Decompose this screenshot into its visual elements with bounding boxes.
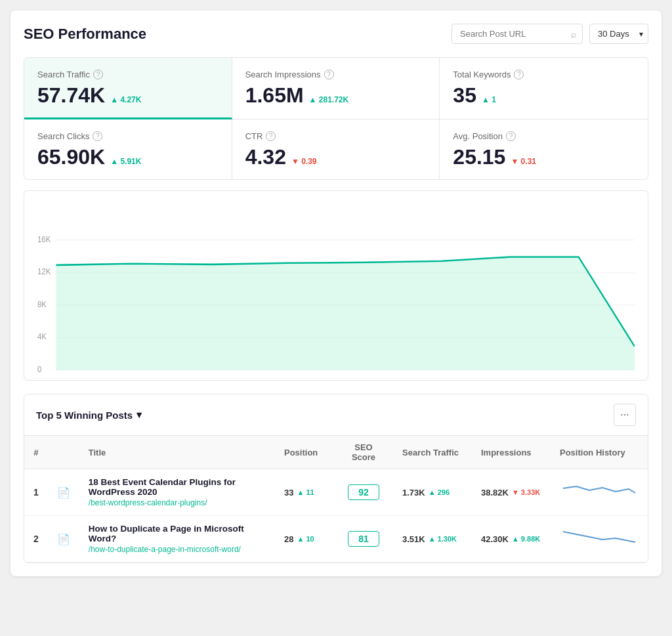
stat-value-row: 4.32 ▼ 0.39 bbox=[245, 146, 427, 167]
help-icon[interactable]: ? bbox=[506, 131, 516, 141]
stat-value: 4.32 bbox=[245, 146, 286, 167]
stat-value: 35 bbox=[453, 85, 476, 106]
position-history-chart bbox=[560, 525, 639, 551]
stat-label: Total Keywords ? bbox=[453, 70, 635, 79]
traffic-cell: 1.73K ▲ 296 bbox=[393, 469, 472, 516]
chevron-down-icon: ▾ bbox=[136, 409, 142, 421]
stat-value: 1.65M bbox=[245, 85, 304, 106]
stat-value-row: 35 ▲ 1 bbox=[453, 85, 635, 106]
table-title-text: Top 5 Winning Posts bbox=[36, 410, 133, 421]
post-title-link[interactable]: 18 Best Event Calendar Plugins for WordP… bbox=[89, 477, 236, 497]
search-icon: ⌕ bbox=[571, 29, 576, 39]
position-cell: 33 ▲ 11 bbox=[275, 469, 334, 516]
help-icon[interactable]: ? bbox=[324, 70, 334, 79]
stat-change: ▲ 4.27K bbox=[110, 95, 141, 104]
stat-label: CTR ? bbox=[245, 131, 427, 141]
stat-change: ▲ 281.72K bbox=[309, 95, 349, 104]
position-history-cell bbox=[551, 516, 648, 562]
traffic-change-up: ▲ 296 bbox=[429, 488, 450, 496]
svg-text:12K: 12K bbox=[37, 267, 51, 277]
col-icon bbox=[48, 436, 79, 469]
chart-container: 0 4K 8K 12K 16K 7 Oct, 2020 19 Oct, 2020… bbox=[24, 190, 648, 381]
col-search-traffic: Search Traffic bbox=[393, 436, 472, 469]
stat-change: ▲ 5.91K bbox=[110, 157, 141, 166]
stat-value: 25.15 bbox=[453, 146, 505, 167]
help-icon[interactable]: ? bbox=[93, 70, 103, 79]
position-change-up: ▲ 10 bbox=[297, 535, 314, 543]
stat-label: Search Clicks ? bbox=[37, 131, 219, 141]
svg-text:4K: 4K bbox=[37, 332, 47, 342]
table-row: 1 📄 18 Best Event Calendar Plugins for W… bbox=[24, 469, 648, 516]
traffic-change-up: ▲ 1.30K bbox=[429, 535, 457, 543]
row-icon: 📄 bbox=[48, 516, 79, 562]
seo-score-badge: 92 bbox=[348, 484, 379, 500]
row-num: 2 bbox=[24, 516, 48, 562]
row-icon: 📄 bbox=[48, 469, 79, 516]
stat-change: ▼ 0.39 bbox=[291, 157, 317, 166]
stat-label: Avg. Position ? bbox=[453, 131, 635, 141]
row-num: 1 bbox=[24, 469, 48, 516]
impressions-cell: 38.82K ▼ 3.33K bbox=[472, 469, 551, 516]
position-value: 28 bbox=[284, 534, 293, 544]
col-seo-score: SEO Score bbox=[334, 436, 393, 469]
seo-score-cell: 81 bbox=[334, 516, 393, 562]
col-title: Title bbox=[79, 436, 275, 469]
stat-value-row: 25.15 ▼ 0.31 bbox=[453, 146, 635, 167]
impressions-value: 38.82K bbox=[481, 488, 509, 498]
winning-posts-table: Top 5 Winning Posts ▾ ··· # Title Positi… bbox=[24, 394, 648, 563]
table-row: 2 📄 How to Duplicate a Page in Microsoft… bbox=[24, 516, 648, 562]
stat-card-ctr: CTR ? 4.32 ▼ 0.39 bbox=[232, 119, 440, 179]
table-header-bar: Top 5 Winning Posts ▾ ··· bbox=[24, 394, 648, 435]
stat-value-row: 57.74K ▲ 4.27K bbox=[37, 85, 219, 106]
table-title[interactable]: Top 5 Winning Posts ▾ bbox=[36, 409, 142, 421]
position-cell: 28 ▲ 10 bbox=[275, 516, 334, 562]
days-select[interactable]: 30 Days 7 Days 90 Days bbox=[589, 24, 648, 44]
impressions-change-down: ▼ 3.33K bbox=[512, 488, 540, 496]
position-value: 33 bbox=[284, 488, 293, 498]
impressions-cell: 42.30K ▲ 9.88K bbox=[472, 516, 551, 562]
performance-chart: 0 4K 8K 12K 16K 7 Oct, 2020 19 Oct, 2020… bbox=[37, 204, 635, 373]
stat-label: Search Traffic ? bbox=[37, 70, 219, 79]
svg-text:0: 0 bbox=[37, 364, 42, 373]
page-title: SEO Performance bbox=[24, 26, 146, 43]
search-url-input[interactable] bbox=[452, 24, 583, 44]
more-options-button[interactable]: ··· bbox=[614, 404, 636, 426]
stat-change: ▲ 1 bbox=[482, 95, 496, 104]
stat-value: 65.90K bbox=[37, 146, 105, 167]
stat-card-avg-position: Avg. Position ? 25.15 ▼ 0.31 bbox=[440, 119, 648, 179]
post-title-cell: How to Duplicate a Page in Microsoft Wor… bbox=[79, 516, 275, 562]
help-icon[interactable]: ? bbox=[266, 131, 276, 141]
traffic-value: 1.73K bbox=[402, 488, 425, 498]
svg-text:8K: 8K bbox=[37, 299, 47, 309]
seo-score-badge: 81 bbox=[348, 531, 379, 547]
stat-value: 57.74K bbox=[37, 85, 105, 106]
seo-score-cell: 92 bbox=[334, 469, 393, 516]
stat-card-search-traffic: Search Traffic ? 57.74K ▲ 4.27K bbox=[24, 58, 232, 119]
traffic-value: 3.51K bbox=[402, 534, 425, 544]
stat-card-search-impressions: Search Impressions ? 1.65M ▲ 281.72K bbox=[232, 58, 440, 119]
help-icon[interactable]: ? bbox=[93, 131, 102, 141]
col-position: Position bbox=[275, 436, 334, 469]
traffic-cell: 3.51K ▲ 1.30K bbox=[393, 516, 472, 562]
col-num: # bbox=[24, 436, 48, 469]
page-header: SEO Performance ⌕ 30 Days 7 Days 90 Days bbox=[24, 24, 648, 44]
post-title-link[interactable]: How to Duplicate a Page in Microsoft Wor… bbox=[89, 524, 244, 543]
stat-label: Search Impressions ? bbox=[245, 70, 427, 79]
col-position-history: Position History bbox=[551, 436, 648, 469]
col-impressions: Impressions bbox=[472, 436, 551, 469]
post-url: /how-to-duplicate-a-page-in-microsoft-wo… bbox=[89, 545, 266, 554]
post-title-cell: 18 Best Event Calendar Plugins for WordP… bbox=[79, 469, 275, 516]
help-icon[interactable]: ? bbox=[514, 70, 524, 79]
position-change-up: ▲ 11 bbox=[297, 488, 314, 496]
post-url: /best-wordpress-calendar-plugins/ bbox=[89, 498, 266, 507]
stat-value-row: 1.65M ▲ 281.72K bbox=[245, 85, 427, 106]
svg-text:16K: 16K bbox=[37, 234, 51, 244]
stat-card-search-clicks: Search Clicks ? 65.90K ▲ 5.91K bbox=[24, 119, 232, 179]
table-header-row: # Title Position SEO Score Search Traffi… bbox=[24, 436, 648, 469]
stat-card-total-keywords: Total Keywords ? 35 ▲ 1 bbox=[440, 58, 648, 119]
posts-table: # Title Position SEO Score Search Traffi… bbox=[24, 435, 648, 562]
position-history-cell bbox=[551, 469, 648, 516]
stat-value-row: 65.90K ▲ 5.91K bbox=[37, 146, 219, 167]
search-url-wrapper: ⌕ bbox=[452, 24, 583, 44]
position-history-chart bbox=[560, 478, 639, 505]
